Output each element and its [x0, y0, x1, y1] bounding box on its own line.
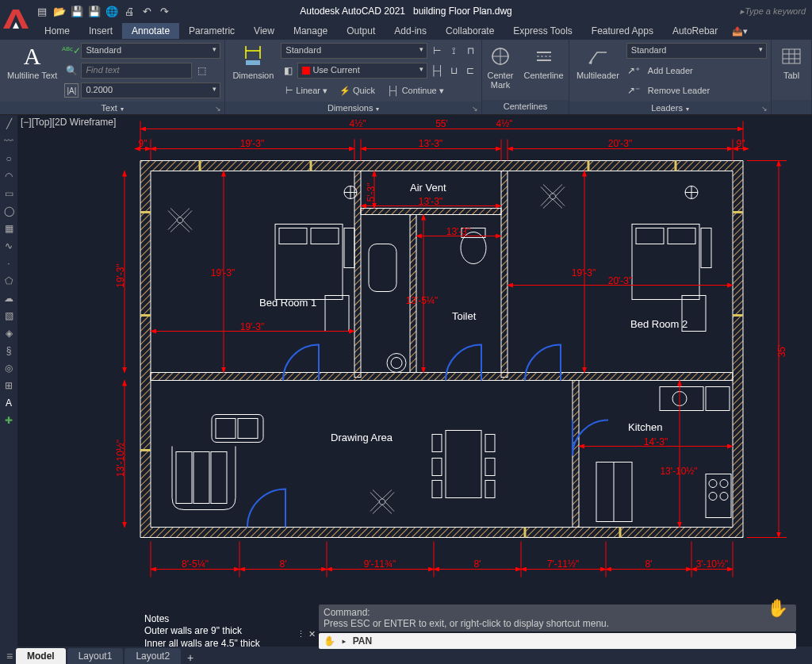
- find-icon[interactable]: 🔍: [64, 63, 79, 78]
- add-tool-icon[interactable]: ✚: [0, 412, 17, 429]
- web-icon[interactable]: 🌐: [105, 4, 119, 18]
- tabs-grip-icon[interactable]: ≡: [3, 648, 16, 664]
- menu-output[interactable]: Output: [337, 23, 385, 39]
- menu-insert[interactable]: Insert: [79, 23, 122, 39]
- mtext-tool-icon[interactable]: A: [0, 394, 17, 412]
- svg-text:7'-11½": 7'-11½": [547, 558, 580, 570]
- plot-icon[interactable]: 🖨: [122, 4, 136, 18]
- helix-tool-icon[interactable]: §: [0, 342, 17, 359]
- dim-tool6-icon[interactable]: ⊏: [463, 63, 477, 78]
- open-icon[interactable]: 📂: [52, 4, 67, 18]
- new-icon[interactable]: ▤: [35, 4, 49, 18]
- center-mark-button[interactable]: Center Mark: [484, 42, 516, 91]
- dim-tool5-icon[interactable]: ⊔: [446, 63, 461, 78]
- line-tool-icon[interactable]: ╱: [0, 115, 17, 132]
- svg-rect-58: [193, 452, 209, 504]
- menu-express[interactable]: Express Tools: [504, 23, 581, 39]
- saveas-icon[interactable]: 💾: [87, 4, 102, 18]
- svg-text:3'-10½": 3'-10½": [696, 558, 729, 570]
- multileader-button[interactable]: Multileader: [573, 42, 622, 82]
- tab-model[interactable]: Model: [16, 648, 66, 664]
- layer-icon[interactable]: ◧: [281, 63, 295, 78]
- quick-button[interactable]: ⚡ Quick: [335, 84, 380, 98]
- linear-button[interactable]: ⊢ Linear ▾: [281, 84, 332, 98]
- dim-tool2-icon[interactable]: ⟟: [446, 44, 461, 58]
- menu-autorebar[interactable]: AutoRebar: [663, 23, 727, 39]
- tab-layout2[interactable]: Layout2: [124, 648, 181, 664]
- arc-tool-icon[interactable]: ◠: [0, 167, 17, 185]
- svg-text:8': 8': [280, 558, 287, 570]
- pan-hand-icon: ✋: [324, 635, 335, 647]
- viewport-controls[interactable]: [−][Top][2D Wireframe]: [21, 117, 116, 128]
- redo-icon[interactable]: ↷: [157, 4, 171, 18]
- remove-leader-icon[interactable]: ↗⁻: [626, 83, 641, 98]
- add-leader-icon[interactable]: ↗⁺: [626, 63, 641, 78]
- menu-manage[interactable]: Manage: [284, 23, 337, 39]
- svg-rect-64: [432, 435, 442, 452]
- drawing-canvas[interactable]: [−][Top][2D Wireframe]: [17, 115, 812, 647]
- svg-rect-21: [573, 381, 579, 528]
- polyline-tool-icon[interactable]: 〰: [0, 132, 17, 150]
- menu-featured[interactable]: Featured Apps: [582, 23, 663, 39]
- leader-style-dropdown[interactable]: Standard: [626, 43, 767, 59]
- svg-text:4½": 4½": [350, 118, 366, 129]
- tab-layout1[interactable]: Layout1: [67, 648, 124, 664]
- table-button[interactable]: Tabl: [776, 42, 807, 82]
- command-line[interactable]: ⋮ ✕ Command: Press ESC or ENTER to exit,…: [319, 605, 796, 643]
- menu-collaborate[interactable]: Collaborate: [436, 23, 504, 39]
- svg-point-52: [461, 232, 486, 264]
- svg-text:4½": 4½": [496, 118, 513, 129]
- svg-rect-38: [632, 225, 699, 300]
- text-panel-label[interactable]: Text▾↘: [0, 102, 224, 114]
- spline-tool-icon[interactable]: ∿: [0, 237, 17, 255]
- donut-tool-icon[interactable]: ◎: [0, 359, 17, 377]
- dimensions-panel-label[interactable]: Dimensions▾↘: [225, 102, 481, 114]
- text-height-dropdown[interactable]: 0.2000: [81, 83, 220, 98]
- menu-home[interactable]: Home: [35, 23, 79, 39]
- svg-text:13'-3": 13'-3": [419, 138, 443, 149]
- menu-annotate[interactable]: Annotate: [122, 23, 179, 39]
- point-tool-icon[interactable]: ·: [0, 255, 17, 272]
- dimension-button[interactable]: Dimension: [229, 42, 277, 82]
- centerline-button[interactable]: Centerline: [520, 42, 566, 82]
- menu-view[interactable]: View: [244, 23, 284, 39]
- tab-add-button[interactable]: +: [182, 651, 198, 664]
- remove-leader-button[interactable]: Remove Leader: [643, 84, 714, 97]
- find-text-input[interactable]: Find text: [81, 63, 192, 79]
- region-tool-icon[interactable]: ⬠: [0, 272, 17, 290]
- dim-tool3-icon[interactable]: ⊓: [463, 44, 477, 58]
- dim-tool4-icon[interactable]: ├┤: [430, 63, 444, 78]
- cloud-tool-icon[interactable]: ☁: [0, 290, 17, 307]
- cmdline-handle-icon[interactable]: ⋮ ✕: [295, 625, 317, 643]
- svg-text:19'-3": 19'-3": [240, 138, 265, 149]
- leaders-panel-label[interactable]: Leaders▾↘: [569, 102, 771, 114]
- dim-style-dropdown[interactable]: Standard: [281, 43, 427, 59]
- svg-text:Bed Room 2: Bed Room 2: [630, 318, 688, 330]
- save-icon[interactable]: 💾: [70, 4, 84, 18]
- svg-rect-0: [246, 60, 260, 65]
- undo-icon[interactable]: ↶: [140, 4, 154, 18]
- hatch-tool-icon[interactable]: ▦: [0, 220, 17, 237]
- use-current-dropdown[interactable]: Use Current: [297, 63, 427, 79]
- check-icon[interactable]: ᴬᴮᶜ✓: [64, 44, 79, 58]
- dim-tool1-icon[interactable]: ⊢: [430, 44, 444, 58]
- table-tool-icon[interactable]: ⊞: [0, 377, 17, 394]
- menu-parametric[interactable]: Parametric: [179, 23, 244, 39]
- search-box[interactable]: ▸ Type a keyword: [740, 6, 806, 17]
- share-icon[interactable]: 📤▾: [732, 26, 748, 36]
- circle-tool-icon[interactable]: ○: [0, 150, 17, 167]
- ellipse-tool-icon[interactable]: ◯: [0, 202, 17, 220]
- wipeout-tool-icon[interactable]: ▧: [0, 307, 17, 324]
- 3dtool-icon[interactable]: ◈: [0, 324, 17, 342]
- autocad-logo-icon[interactable]: [2, 6, 30, 35]
- text-style-dropdown[interactable]: Standard: [81, 43, 220, 59]
- multiline-text-button[interactable]: A Multiline Text: [4, 42, 60, 82]
- expand-icon[interactable]: ⬚: [194, 63, 209, 78]
- rect-tool-icon[interactable]: ▭: [0, 185, 17, 202]
- add-leader-button[interactable]: Add Leader: [643, 64, 698, 77]
- continue-button[interactable]: ├┤ Continue ▾: [382, 84, 449, 98]
- svg-point-76: [709, 480, 717, 488]
- tables-panel-label: [772, 100, 811, 114]
- menu-addins[interactable]: Add-ins: [385, 23, 436, 39]
- a-icon[interactable]: |A|: [64, 83, 79, 98]
